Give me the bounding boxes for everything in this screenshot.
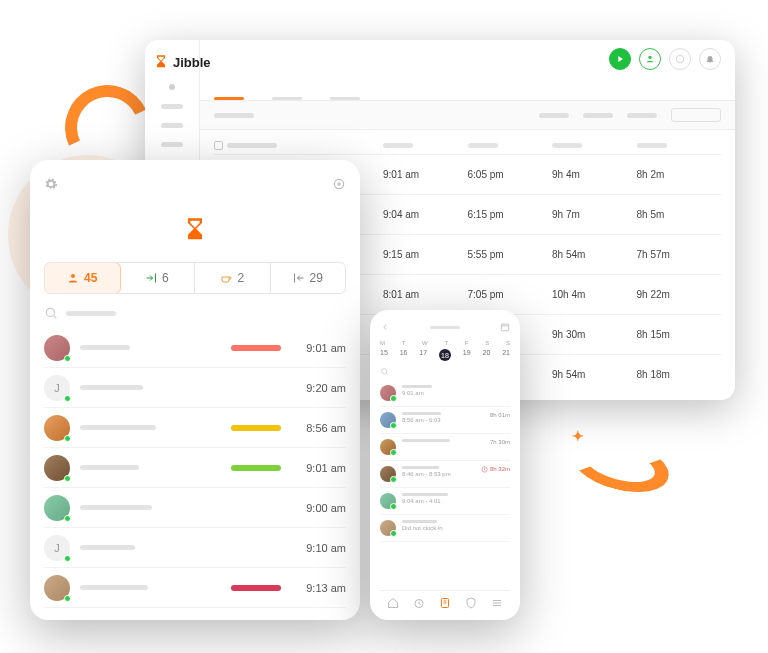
phone-search[interactable]: [380, 367, 510, 376]
tablet-logo: [44, 216, 346, 244]
segment-in[interactable]: 6: [120, 263, 196, 293]
login-icon: [145, 272, 157, 284]
status-bar: [231, 465, 281, 471]
help-button[interactable]: [669, 48, 691, 70]
cell-net: 8h 18m: [637, 369, 722, 380]
svg-point-1: [676, 55, 684, 63]
calendar-day-label: T: [444, 340, 448, 346]
hourglass-icon: [181, 216, 209, 244]
bell-icon: [705, 54, 715, 64]
sidebar-item[interactable]: [161, 142, 183, 147]
avatar: [380, 466, 396, 482]
shield-icon[interactable]: [465, 597, 477, 609]
cell-out: 5:55 pm: [468, 249, 553, 260]
segment-present[interactable]: 45: [44, 262, 121, 294]
avatar: J: [44, 535, 70, 561]
time-range: 9:04 am - 4:01: [402, 498, 504, 504]
timesheets-icon[interactable]: [439, 597, 451, 609]
segment-count: 29: [310, 271, 323, 285]
home-icon[interactable]: [387, 597, 399, 609]
gear-icon[interactable]: [44, 177, 58, 191]
calendar-day-label: W: [422, 340, 428, 346]
svg-rect-6: [501, 324, 509, 331]
list-item[interactable]: J 9:20 am: [44, 368, 346, 408]
list-item[interactable]: Did not clock in: [380, 515, 510, 542]
list-item[interactable]: 7h 30m: [380, 434, 510, 461]
list-item[interactable]: 9:13 am: [44, 568, 346, 608]
tab-active[interactable]: [214, 97, 244, 100]
user-button[interactable]: [639, 48, 661, 70]
calendar-day-label: F: [465, 340, 469, 346]
list-item[interactable]: 9:01 am: [44, 328, 346, 368]
calendar-date[interactable]: 21: [502, 349, 510, 361]
avatar: [44, 415, 70, 441]
list-item[interactable]: 9:01 am: [44, 448, 346, 488]
time-range: 8:46 am - 8:53 pm: [402, 471, 475, 477]
help-icon: [675, 54, 685, 64]
tablet-search[interactable]: [44, 306, 346, 320]
list-item[interactable]: 8:56 am - 6:03 8h 01m: [380, 407, 510, 434]
filter[interactable]: [539, 113, 569, 118]
svg-point-2: [334, 179, 343, 188]
cell-net: 7h 57m: [637, 249, 722, 260]
list-item[interactable]: 9:01 am: [380, 380, 510, 407]
search-icon: [380, 367, 389, 376]
segment-count: 6: [162, 271, 169, 285]
calendar-date[interactable]: 17: [419, 349, 427, 361]
filter[interactable]: [583, 113, 613, 118]
time-range: 8:56 am - 6:03: [402, 417, 484, 423]
phone-topbar: [380, 320, 510, 334]
avatar: [380, 412, 396, 428]
list-item[interactable]: 9:00 am: [44, 488, 346, 528]
svg-point-7: [382, 369, 387, 374]
export-button[interactable]: [671, 108, 721, 122]
search-icon: [44, 306, 58, 320]
cell-gross: 9h 30m: [552, 329, 637, 340]
cell-gross: 9h 4m: [552, 169, 637, 180]
menu-icon[interactable]: [491, 597, 503, 609]
status-bar: [231, 585, 281, 591]
calendar-date[interactable]: 18: [439, 349, 451, 361]
play-button[interactable]: [609, 48, 631, 70]
cell-in: 9:04 am: [383, 209, 468, 220]
list-item[interactable]: J 9:10 am: [44, 528, 346, 568]
list-item[interactable]: 9:04 am - 4:01: [380, 488, 510, 515]
calendar-date[interactable]: 19: [463, 349, 471, 361]
target-icon[interactable]: [332, 177, 346, 191]
calendar-date[interactable]: 15: [380, 349, 388, 361]
tab[interactable]: [330, 97, 360, 100]
notifications-button[interactable]: [699, 48, 721, 70]
cell-in: 9:01 am: [383, 169, 468, 180]
avatar: [44, 455, 70, 481]
cell-gross: 9h 7m: [552, 209, 637, 220]
sidebar-item[interactable]: [161, 104, 183, 109]
avatar: J: [44, 375, 70, 401]
cell-net: 8h 15m: [637, 329, 722, 340]
cell-net: 9h 22m: [637, 289, 722, 300]
list-item[interactable]: 8:46 am - 8:53 pm 8h 32m: [380, 461, 510, 488]
time-range: 9:01 am: [402, 390, 504, 396]
calendar-day-label: S: [485, 340, 489, 346]
clock-in-time: 9:01 am: [291, 342, 346, 354]
logout-icon: [293, 272, 305, 284]
filter[interactable]: [214, 113, 254, 118]
list-item[interactable]: 8:56 am: [44, 408, 346, 448]
tab[interactable]: [272, 97, 302, 100]
segment-out[interactable]: 29: [271, 263, 346, 293]
user-icon: [645, 54, 655, 64]
timer-icon[interactable]: [413, 597, 425, 609]
filter[interactable]: [627, 113, 657, 118]
calendar-date[interactable]: 20: [482, 349, 490, 361]
segment-break[interactable]: 2: [195, 263, 271, 293]
sidebar-item[interactable]: [161, 123, 183, 128]
play-icon: [615, 54, 625, 64]
segment-count: 2: [237, 271, 244, 285]
sidebar-item[interactable]: [169, 84, 175, 90]
avatar: [380, 520, 396, 536]
cell-net: 8h 2m: [637, 169, 722, 180]
calendar-icon[interactable]: [500, 322, 510, 332]
calendar-date[interactable]: 16: [400, 349, 408, 361]
chevron-left-icon[interactable]: [380, 322, 390, 332]
segment-count: 45: [84, 271, 97, 285]
select-all-checkbox[interactable]: [214, 141, 223, 150]
